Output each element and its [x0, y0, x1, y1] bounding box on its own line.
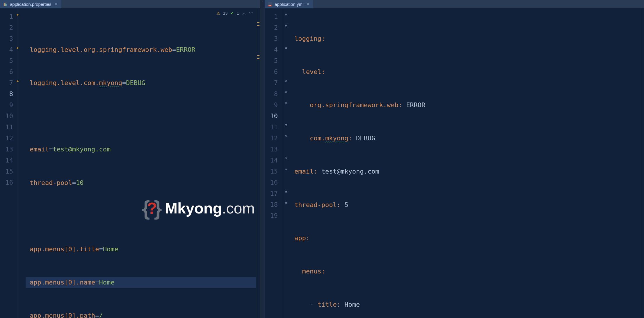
fold-column: ▶ ▶ ▶ — [17, 9, 26, 318]
fold-toggle-icon[interactable]: ⊖ — [284, 12, 288, 16]
chevron-down-icon[interactable]: ﹀ — [249, 10, 253, 17]
svg-rect-1 — [4, 3, 5, 6]
fold-toggle-icon[interactable]: ⊖ — [284, 23, 288, 27]
svg-rect-2 — [5, 3, 6, 6]
close-tab-icon[interactable]: ✕ — [306, 1, 310, 8]
bookmark-arrow-icon: ▶ — [17, 45, 19, 51]
current-line: app.menus[0].name=Home — [26, 277, 260, 288]
close-tab-icon[interactable]: ✕ — [54, 1, 58, 8]
fold-toggle-icon[interactable]: ⊖ — [284, 101, 288, 105]
chevron-up-icon[interactable]: ︿ — [242, 10, 246, 17]
ok-count: 1 — [237, 10, 239, 17]
editor-left[interactable]: 12345678910111213141516 ▶ ▶ ▶ ⚠13 ✔1 ︿ ﹀… — [0, 9, 260, 318]
inspection-widget[interactable]: ⚠13 ✔1 ︿ ﹀ — [216, 10, 253, 17]
split-handle[interactable]: ⋮ — [260, 0, 264, 318]
bookmark-arrow-icon: ▶ — [17, 78, 19, 84]
tab-filename: application.yml — [275, 1, 303, 8]
fold-end-icon: ⊟ — [284, 200, 288, 204]
fold-end-icon: ⊟ — [284, 189, 288, 193]
tab-application-yml[interactable]: YML application.yml ✕ — [265, 0, 313, 8]
svg-rect-3 — [6, 4, 7, 6]
tab-application-properties[interactable]: application.properties ✕ — [0, 0, 61, 8]
fold-toggle-icon[interactable]: ⊖ — [284, 90, 288, 94]
marker-stripe[interactable] — [256, 9, 260, 318]
fold-end-icon: ⊟ — [284, 123, 288, 127]
code-area-left[interactable]: ⚠13 ✔1 ︿ ﹀ logging.level.org.springframe… — [26, 9, 256, 318]
code-area-right[interactable]: logging: level: org.springframework.web:… — [290, 9, 640, 318]
properties-file-icon — [3, 2, 8, 7]
bookmark-arrow-icon: ▶ — [17, 12, 19, 18]
editor-pane-right: YML application.yml ✕ 123456789101112131… — [264, 0, 644, 318]
svg-text:YML: YML — [268, 5, 272, 6]
fold-toggle-icon[interactable]: ⊖ — [284, 167, 288, 171]
ok-check-icon: ✔ — [230, 10, 234, 17]
tab-bar-left: application.properties ✕ — [0, 0, 260, 9]
fold-toggle-icon[interactable]: ⊖ — [284, 79, 288, 83]
warning-icon: ⚠ — [216, 10, 220, 17]
fold-column: ⊖ ⊖ ⊟ ⊖ ⊖ ⊖ ⊟ ⊖ ⊟ ⊖ ⊟ ⊟ — [282, 9, 290, 318]
line-number-gutter: 12345678910111213141516 — [0, 9, 17, 318]
editor-right[interactable]: 12345678910111213141516171819 ⊖ ⊖ ⊟ ⊖ ⊖ … — [265, 9, 644, 318]
tab-bar-right: YML application.yml ✕ — [265, 0, 644, 9]
warning-count: 13 — [223, 10, 228, 17]
fold-end-icon: ⊟ — [284, 156, 288, 160]
marker-stripe[interactable] — [640, 9, 644, 318]
line-number-gutter: 12345678910111213141516171819 — [265, 9, 282, 318]
fold-end-icon: ⊟ — [284, 45, 288, 50]
fold-toggle-icon[interactable]: ⊖ — [284, 134, 288, 138]
yaml-file-icon: YML — [268, 2, 272, 7]
editor-pane-left: application.properties ✕ 123456789101112… — [0, 0, 260, 318]
tab-filename: application.properties — [10, 1, 51, 8]
